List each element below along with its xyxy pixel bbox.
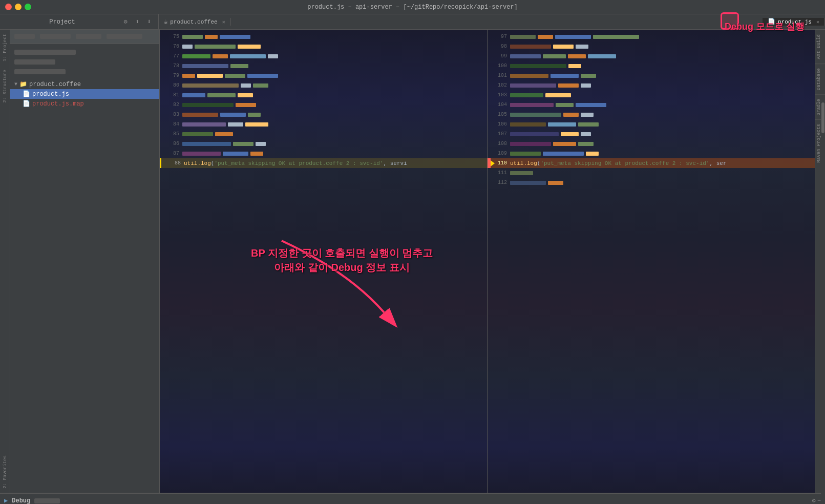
tree-item-product-js[interactable]: 📄 product.js: [10, 89, 159, 99]
js-cr-1d: [593, 35, 639, 39]
title-bar: product.js – api-server – [~/gitRepo/rec…: [0, 0, 825, 14]
js-ln-13: 109: [492, 151, 507, 156]
maximize-button[interactable]: [25, 4, 31, 10]
js-ln-111: 111: [492, 170, 507, 176]
code-row-8: 82: [160, 100, 487, 110]
debug-header-right: ⚙ −: [812, 497, 821, 504]
tab-close-coffee[interactable]: ✕: [222, 19, 225, 25]
code-row-9: 83: [160, 110, 487, 119]
cr-3b: [213, 54, 228, 58]
toolbar-btn-1[interactable]: ⚙: [120, 17, 131, 27]
cr-5b: [197, 74, 223, 78]
ln-10: 84: [164, 121, 179, 127]
js-cr-3a: [510, 54, 541, 58]
minimize-button[interactable]: [15, 4, 22, 10]
code-88-text: util.log('put_meta skipping OK at produc…: [184, 160, 407, 166]
js-cr-5b: [551, 74, 579, 78]
js-cr-13b: [543, 152, 584, 156]
tree-item-product-js-map[interactable]: 📄 product.js.map: [10, 99, 159, 109]
cr-10b: [228, 122, 243, 127]
code-row-4: 78: [160, 61, 487, 71]
js-ln-5: 101: [492, 73, 507, 78]
debug-title: Debug: [12, 497, 30, 505]
js-cr-7b: [545, 93, 571, 97]
file-label-map: product.js.map: [32, 100, 84, 108]
toolbar-btn-2[interactable]: ⬆: [132, 17, 142, 27]
js-cr-1a: [510, 35, 536, 39]
cr-3a: [182, 54, 210, 58]
js-ln-10: 106: [492, 121, 507, 127]
cr-8a: [182, 103, 234, 107]
code-row-7: 81: [160, 90, 487, 100]
js-row-13: 109: [488, 149, 815, 158]
tree-blur-b: [14, 59, 55, 65]
debug-settings-icon[interactable]: ⚙: [812, 497, 816, 504]
tab-close-js[interactable]: ✕: [816, 19, 819, 25]
js-cr-13a: [510, 152, 541, 156]
js-cr-4a: [510, 64, 566, 68]
ln-4: 78: [164, 63, 179, 69]
sidebar-favorites-icon[interactable]: 2: Favorites: [2, 451, 9, 493]
cr-7a: [182, 93, 205, 97]
js-cr-2a: [510, 45, 551, 49]
code-88-func: util.log: [184, 160, 211, 166]
js-cr-3d: [588, 54, 616, 58]
close-button[interactable]: [5, 4, 12, 10]
cr-12c: [256, 142, 266, 146]
file-label-js: product.js: [32, 91, 69, 98]
editor-js[interactable]: 97 98: [488, 30, 815, 493]
js-cr-6a: [510, 83, 556, 88]
js-row-5: 101: [488, 71, 815, 80]
debug-arrow-indicator: [491, 160, 495, 166]
database-panel[interactable]: Database: [815, 64, 825, 94]
editor-tabs: ☕ product.coffee ✕ 📄 product.js ✕: [159, 18, 825, 26]
js-cr-9a: [510, 113, 561, 117]
js-ln-112: 112: [492, 180, 507, 185]
ln-11: 85: [164, 131, 179, 137]
js-blurred-rows: 97 98: [488, 30, 815, 190]
debug-minimize-icon[interactable]: −: [817, 497, 821, 505]
js-cr-12a: [510, 142, 551, 146]
code-row-6: 80: [160, 80, 487, 90]
file-tree: ▼ 📁 product.coffee 📄 product.js 📄 produc…: [10, 44, 159, 493]
js-file-icon: 📄: [768, 18, 775, 26]
cr-10a: [182, 122, 226, 127]
cr-9c: [248, 113, 261, 117]
js-ln-6: 102: [492, 82, 507, 88]
js-ln-12: 108: [492, 141, 507, 146]
js-cr-10c: [578, 122, 599, 127]
tab-product-js[interactable]: 📄 product.js ✕: [763, 18, 825, 26]
tree-item-product-coffee-folder[interactable]: ▼ 📁 product.coffee: [10, 79, 159, 89]
sidebar-project-icon[interactable]: 1: Project: [2, 30, 9, 66]
js-row-12: 108: [488, 139, 815, 149]
code-row-13: 87: [160, 149, 487, 158]
cr-3c: [230, 54, 266, 58]
path-blur-1: [14, 34, 35, 39]
js-cr-12b: [553, 142, 576, 146]
sidebar-structure-icon[interactable]: 2: Structure: [2, 66, 9, 107]
ant-build-panel[interactable]: Ant Build: [815, 30, 825, 64]
ln-3: 77: [164, 53, 179, 59]
debug-run-icon[interactable]: ▶: [4, 497, 8, 504]
project-label: Project: [4, 18, 120, 26]
cr-4a: [182, 64, 228, 68]
cr-7b: [207, 93, 236, 97]
cr-10c: [245, 122, 268, 127]
js-cr-1b: [538, 35, 553, 39]
code-row-10: 84: [160, 119, 487, 129]
js-cr-12c: [578, 142, 594, 146]
cr-9b: [220, 113, 246, 117]
js-cr-11b: [561, 132, 579, 136]
toolbar-btn-3[interactable]: ⬇: [144, 17, 154, 27]
code-row-1: 75: [160, 32, 487, 41]
tab-product-coffee[interactable]: ☕ product.coffee ✕: [159, 18, 231, 26]
ln-12: 86: [164, 141, 179, 146]
ln-13: 87: [164, 151, 179, 156]
path-blur-2: [40, 34, 71, 39]
ln-7: 81: [164, 92, 179, 98]
debug-session-label: [34, 498, 60, 504]
editor-coffee[interactable]: 75 76: [160, 30, 488, 493]
js-row-2: 98: [488, 41, 815, 51]
code-row-5: 79: [160, 71, 487, 80]
project-tab-area: Project ⚙ ⬆ ⬇: [0, 14, 159, 29]
